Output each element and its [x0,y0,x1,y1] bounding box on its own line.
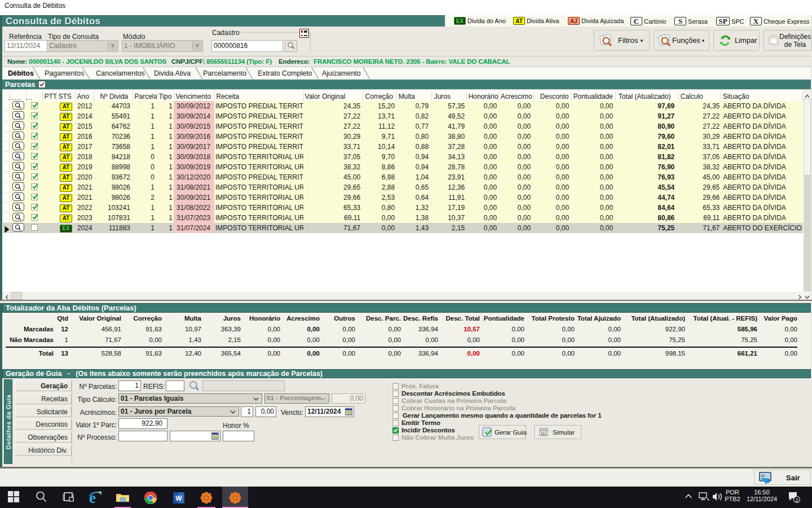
svg-text:W: W [175,494,182,502]
svg-text:2: 2 [796,497,798,503]
